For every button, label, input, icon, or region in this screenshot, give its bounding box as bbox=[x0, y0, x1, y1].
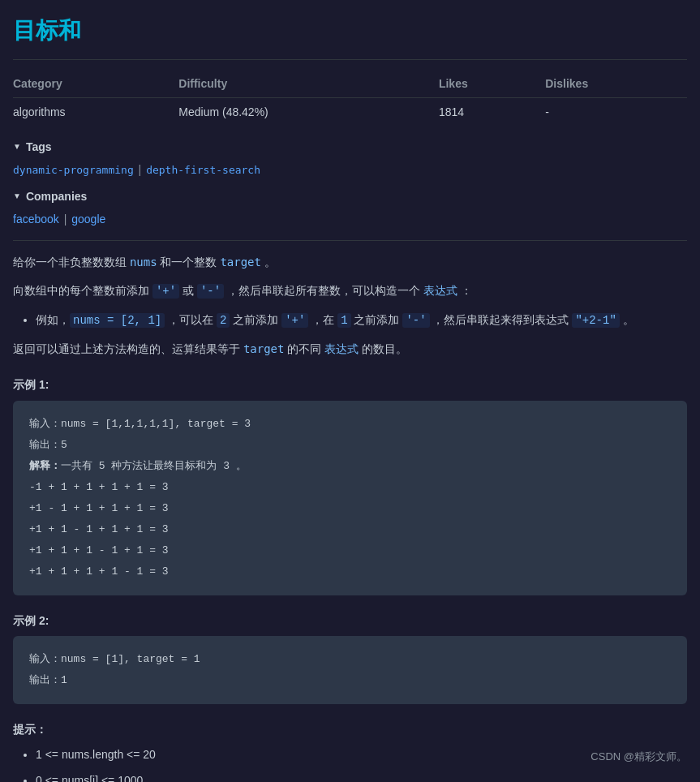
triangle-icon: ▼ bbox=[13, 140, 21, 153]
col-header-likes: Likes bbox=[439, 70, 545, 98]
tags-section-header[interactable]: ▼ Tags bbox=[13, 138, 687, 156]
cell-category: algorithms bbox=[13, 98, 178, 127]
example1-line-2: 输出：5 bbox=[29, 435, 671, 456]
example1-code-block: 输入：nums = [1,1,1,1,1], target = 3 输出：5 解… bbox=[13, 401, 687, 595]
meta-table: Category Difficulty Likes Dislikes algor… bbox=[13, 70, 687, 127]
example1-line-7: +1 + 1 + 1 - 1 + 1 = 3 bbox=[29, 540, 671, 561]
example1-line-6: +1 + 1 - 1 + 1 + 1 = 3 bbox=[29, 519, 671, 540]
bullet-list: 例如，nums = [2, 1] ，可以在 2 之前添加 '+' ，在 1 之前… bbox=[13, 310, 687, 331]
divider-1 bbox=[13, 240, 687, 241]
hints-section: 提示： 1 <= nums.length <= 20 0 <= nums[i] … bbox=[13, 720, 687, 782]
tag-dynamic-programming[interactable]: dynamic-programming bbox=[13, 164, 134, 176]
companies-label: Companies bbox=[26, 187, 87, 205]
bullet-item-1: 例如，nums = [2, 1] ，可以在 2 之前添加 '+' ，在 1 之前… bbox=[36, 310, 687, 331]
example2-line-1: 输入：nums = [1], target = 1 bbox=[29, 649, 671, 670]
companies-row: facebook | google bbox=[13, 210, 687, 228]
hints-title: 提示： bbox=[13, 720, 687, 738]
highlight-target-2: target bbox=[243, 342, 285, 355]
highlight-nums: nums bbox=[130, 256, 157, 269]
col-header-dislikes: Dislikes bbox=[545, 70, 687, 98]
example1-line-3: 解释：一共有 5 种方法让最终目标和为 3 。 bbox=[29, 456, 671, 477]
company-facebook[interactable]: facebook bbox=[13, 213, 59, 226]
example1-line-1: 输入：nums = [1,1,1,1,1], target = 3 bbox=[29, 414, 671, 435]
inline-plus: '+' bbox=[152, 284, 179, 299]
tag-separator: | bbox=[139, 163, 142, 176]
hint-2: 0 <= nums[i] <= 1000 bbox=[36, 771, 687, 782]
highlight-expression-2: 表达式 bbox=[324, 342, 359, 355]
example2-line-2: 输出：1 bbox=[29, 670, 671, 691]
cell-likes: 1814 bbox=[439, 98, 545, 127]
highlight-expression: 表达式 bbox=[423, 284, 457, 297]
example1-line-8: +1 + 1 + 1 + 1 - 1 = 3 bbox=[29, 561, 671, 582]
cell-dislikes: - bbox=[545, 98, 687, 127]
tag-depth-first-search[interactable]: depth-first-search bbox=[146, 164, 260, 176]
example1-line-5: +1 - 1 + 1 + 1 + 1 = 3 bbox=[29, 498, 671, 519]
description-2: 向数组中的每个整数前添加 '+' 或 '-' ，然后串联起所有整数，可以构造一个… bbox=[13, 281, 687, 302]
companies-section-header[interactable]: ▼ Companies bbox=[13, 187, 687, 205]
triangle-icon-2: ▼ bbox=[13, 190, 21, 203]
company-google[interactable]: google bbox=[71, 213, 105, 226]
description-3: 返回可以通过上述方法构造的、运算结果等于 target 的不同 表达式 的数目。 bbox=[13, 339, 687, 359]
hints-list: 1 <= nums.length <= 20 0 <= nums[i] <= 1… bbox=[13, 745, 687, 782]
col-header-category: Category bbox=[13, 70, 178, 98]
description-1: 给你一个非负整数数组 nums 和一个整数 target 。 bbox=[13, 252, 687, 273]
example2-title: 示例 2: bbox=[13, 612, 687, 629]
cell-difficulty: Medium (48.42%) bbox=[178, 98, 439, 127]
example1-title: 示例 1: bbox=[13, 376, 687, 393]
highlight-target: target bbox=[220, 256, 261, 269]
company-separator: | bbox=[64, 213, 67, 226]
example1-line-4: -1 + 1 + 1 + 1 + 1 = 3 bbox=[29, 477, 671, 498]
meta-row: algorithms Medium (48.42%) 1814 - bbox=[13, 98, 687, 127]
tags-row: dynamic-programming | depth-first-search bbox=[13, 161, 687, 179]
inline-minus: '-' bbox=[197, 284, 224, 299]
tags-label: Tags bbox=[26, 138, 52, 156]
watermark: CSDN @精彩文师。 bbox=[590, 749, 687, 766]
page-title: 目标和 bbox=[13, 0, 687, 60]
col-header-difficulty: Difficulty bbox=[178, 70, 439, 98]
example2-code-block: 输入：nums = [1], target = 1 输出：1 bbox=[13, 636, 687, 704]
hint-1: 1 <= nums.length <= 20 bbox=[36, 745, 687, 765]
page-container: 目标和 Category Difficulty Likes Dislikes a… bbox=[0, 0, 700, 782]
